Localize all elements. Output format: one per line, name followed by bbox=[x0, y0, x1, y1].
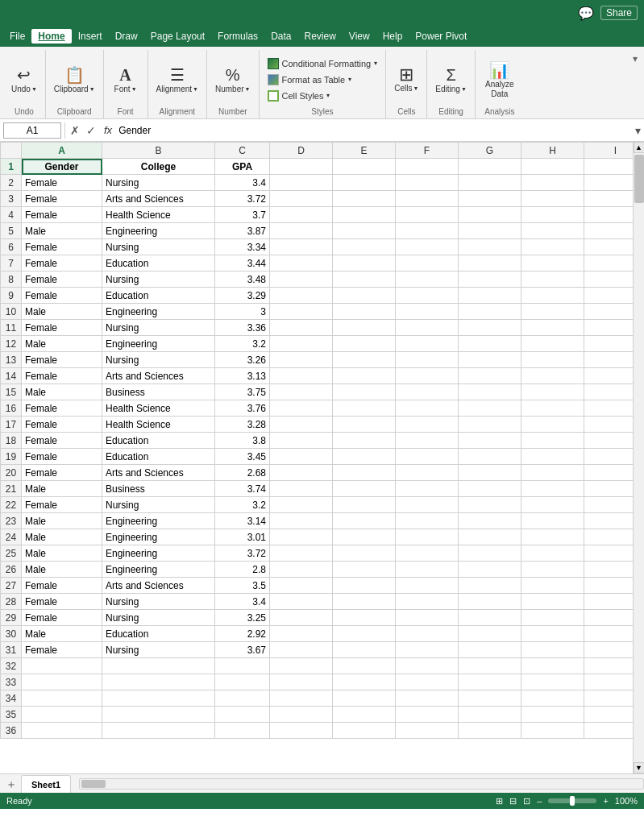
row-number-15[interactable]: 15 bbox=[1, 384, 22, 400]
row-number-8[interactable]: 8 bbox=[1, 272, 22, 288]
cell-4-4[interactable] bbox=[333, 207, 396, 223]
cell-31-4[interactable] bbox=[333, 642, 396, 658]
cell-34-3[interactable] bbox=[270, 690, 333, 707]
cell-4-1[interactable]: Health Science bbox=[102, 207, 215, 223]
cell-11-8[interactable] bbox=[584, 320, 634, 336]
cell-9-3[interactable] bbox=[270, 288, 333, 304]
cell-25-3[interactable] bbox=[270, 545, 333, 562]
cell-26-3[interactable] bbox=[270, 562, 333, 578]
cell-14-6[interactable] bbox=[459, 368, 521, 384]
cell-23-3[interactable] bbox=[270, 513, 333, 529]
cell-32-0[interactable] bbox=[22, 658, 102, 674]
cell-1-8[interactable] bbox=[584, 159, 634, 175]
cell-2-4[interactable] bbox=[333, 175, 396, 191]
cell-22-4[interactable] bbox=[333, 497, 396, 513]
cell-22-0[interactable]: Female bbox=[22, 497, 102, 513]
cell-21-5[interactable] bbox=[396, 481, 459, 497]
cell-16-1[interactable]: Health Science bbox=[102, 400, 215, 417]
cell-11-2[interactable]: 3.36 bbox=[215, 320, 270, 336]
cell-19-2[interactable]: 3.45 bbox=[215, 449, 270, 465]
cell-2-3[interactable] bbox=[270, 175, 333, 191]
cell-6-3[interactable] bbox=[270, 239, 333, 255]
cell-31-8[interactable] bbox=[584, 642, 634, 658]
cell-27-2[interactable]: 3.5 bbox=[215, 578, 270, 594]
cell-34-0[interactable] bbox=[22, 690, 102, 707]
conditional-formatting-button[interactable]: Conditional Formatting ▾ bbox=[264, 56, 381, 71]
cell-21-0[interactable]: Male bbox=[22, 481, 102, 497]
cell-23-2[interactable]: 3.14 bbox=[215, 513, 270, 529]
cell-33-8[interactable] bbox=[584, 674, 634, 690]
cell-3-2[interactable]: 3.72 bbox=[215, 191, 270, 207]
cell-1-3[interactable] bbox=[270, 159, 333, 175]
cell-14-0[interactable]: Female bbox=[22, 368, 102, 384]
cell-11-5[interactable] bbox=[396, 320, 459, 336]
cell-30-5[interactable] bbox=[396, 626, 459, 642]
cell-33-6[interactable] bbox=[459, 674, 521, 690]
menu-item-page-layout[interactable]: Page Layout bbox=[144, 29, 211, 44]
cell-6-5[interactable] bbox=[396, 239, 459, 255]
cell-22-5[interactable] bbox=[396, 497, 459, 513]
cell-30-0[interactable]: Male bbox=[22, 626, 102, 642]
col-header-a[interactable]: A bbox=[22, 143, 102, 159]
cell-5-5[interactable] bbox=[396, 223, 459, 239]
cell-10-2[interactable]: 3 bbox=[215, 304, 270, 320]
cell-20-6[interactable] bbox=[459, 465, 521, 481]
cell-27-5[interactable] bbox=[396, 578, 459, 594]
cell-10-5[interactable] bbox=[396, 304, 459, 320]
sheet-wrapper[interactable]: A B C D E F G H I 1GenderCollegeGPA2Fema… bbox=[0, 142, 633, 773]
cell-30-7[interactable] bbox=[521, 626, 584, 642]
cell-33-5[interactable] bbox=[396, 674, 459, 690]
cell-4-0[interactable]: Female bbox=[22, 207, 102, 223]
zoom-minus-icon[interactable]: – bbox=[537, 796, 542, 806]
cell-26-2[interactable]: 2.8 bbox=[215, 562, 270, 578]
cell-20-1[interactable]: Arts and Sciences bbox=[102, 465, 215, 481]
row-number-16[interactable]: 16 bbox=[1, 400, 22, 417]
row-number-13[interactable]: 13 bbox=[1, 352, 22, 368]
row-number-29[interactable]: 29 bbox=[1, 610, 22, 626]
cell-13-7[interactable] bbox=[521, 352, 584, 368]
menu-item-power-pivot[interactable]: Power Pivot bbox=[409, 29, 473, 44]
cell-30-1[interactable]: Education bbox=[102, 626, 215, 642]
cell-32-1[interactable] bbox=[102, 658, 215, 674]
row-number-23[interactable]: 23 bbox=[1, 513, 22, 529]
cell-30-4[interactable] bbox=[333, 626, 396, 642]
cell-23-6[interactable] bbox=[459, 513, 521, 529]
cell-29-0[interactable]: Female bbox=[22, 610, 102, 626]
cell-15-3[interactable] bbox=[270, 384, 333, 400]
row-number-18[interactable]: 18 bbox=[1, 433, 22, 449]
cell-32-6[interactable] bbox=[459, 658, 521, 674]
zoom-slider[interactable] bbox=[548, 798, 596, 803]
cell-23-7[interactable] bbox=[521, 513, 584, 529]
cell-25-1[interactable]: Engineering bbox=[102, 545, 215, 562]
ribbon-expand-button[interactable]: ▾ bbox=[633, 50, 641, 118]
menu-item-view[interactable]: View bbox=[343, 29, 376, 44]
cell-7-5[interactable] bbox=[396, 255, 459, 272]
cell-30-2[interactable]: 2.92 bbox=[215, 626, 270, 642]
cell-11-3[interactable] bbox=[270, 320, 333, 336]
horizontal-scroll-area[interactable] bbox=[79, 778, 644, 790]
cell-25-5[interactable] bbox=[396, 545, 459, 562]
cell-9-6[interactable] bbox=[459, 288, 521, 304]
col-header-b[interactable]: B bbox=[102, 143, 215, 159]
cell-36-7[interactable] bbox=[521, 723, 584, 739]
cell-4-2[interactable]: 3.7 bbox=[215, 207, 270, 223]
cell-3-1[interactable]: Arts and Sciences bbox=[102, 191, 215, 207]
new-sheet-button[interactable]: ＋ bbox=[3, 777, 19, 793]
cell-6-2[interactable]: 3.34 bbox=[215, 239, 270, 255]
cell-24-3[interactable] bbox=[270, 529, 333, 545]
row-number-3[interactable]: 3 bbox=[1, 191, 22, 207]
cell-14-3[interactable] bbox=[270, 368, 333, 384]
cell-11-1[interactable]: Nursing bbox=[102, 320, 215, 336]
scroll-down-btn[interactable]: ▼ bbox=[634, 762, 645, 773]
cell-11-6[interactable] bbox=[459, 320, 521, 336]
cell-1-7[interactable] bbox=[521, 159, 584, 175]
cell-31-2[interactable]: 3.67 bbox=[215, 642, 270, 658]
cell-15-6[interactable] bbox=[459, 384, 521, 400]
cell-26-4[interactable] bbox=[333, 562, 396, 578]
cell-1-6[interactable] bbox=[459, 159, 521, 175]
cell-23-0[interactable]: Male bbox=[22, 513, 102, 529]
menu-item-insert[interactable]: Insert bbox=[72, 29, 109, 44]
cell-32-7[interactable] bbox=[521, 658, 584, 674]
row-number-1[interactable]: 1 bbox=[1, 159, 22, 175]
cell-25-8[interactable] bbox=[584, 545, 634, 562]
